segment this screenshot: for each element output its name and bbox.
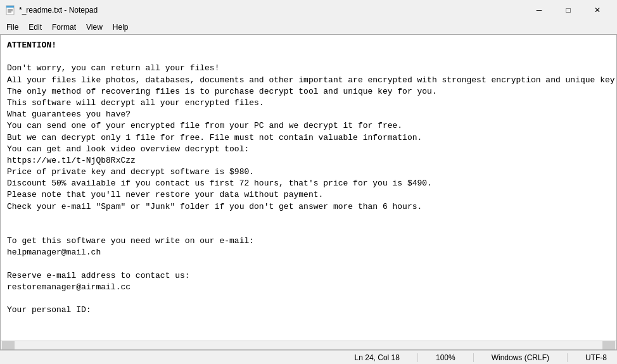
menu-format[interactable]: Format <box>48 22 80 33</box>
status-separator-3 <box>567 353 568 362</box>
menu-edit[interactable]: Edit <box>25 22 46 33</box>
status-bar: Ln 24, Col 18 100% Windows (CRLF) UTF-8 <box>0 350 617 364</box>
cursor-position: Ln 24, Col 18 <box>350 353 405 362</box>
maximize-button[interactable]: □ <box>554 3 583 18</box>
minimize-button[interactable]: ─ <box>525 3 554 18</box>
zoom-level: 100% <box>431 353 461 362</box>
title-bar-left: *_readme.txt - Notepad <box>5 5 98 15</box>
line-ending: Windows (CRLF) <box>487 353 554 362</box>
status-separator-2 <box>473 353 474 362</box>
svg-rect-1 <box>6 6 14 8</box>
title-bar: *_readme.txt - Notepad ─ □ ✕ <box>0 0 617 20</box>
status-separator-1 <box>417 353 418 362</box>
editor-container: ATTENTION! Don't worry, you can return a… <box>0 34 617 350</box>
window-controls: ─ □ ✕ <box>525 3 612 18</box>
window-title: *_readme.txt - Notepad <box>19 6 98 15</box>
close-button[interactable]: ✕ <box>583 3 612 18</box>
horizontal-scrollbar[interactable] <box>1 341 616 349</box>
menu-file[interactable]: File <box>3 22 22 33</box>
notepad-icon <box>5 5 15 15</box>
editor-text-area[interactable]: ATTENTION! Don't worry, you can return a… <box>1 35 616 341</box>
encoding: UTF-8 <box>580 353 612 362</box>
menu-help[interactable]: Help <box>109 22 132 33</box>
attention-heading: ATTENTION! <box>7 41 56 50</box>
menu-view[interactable]: View <box>82 22 106 33</box>
menu-bar: File Edit Format View Help <box>0 20 617 34</box>
